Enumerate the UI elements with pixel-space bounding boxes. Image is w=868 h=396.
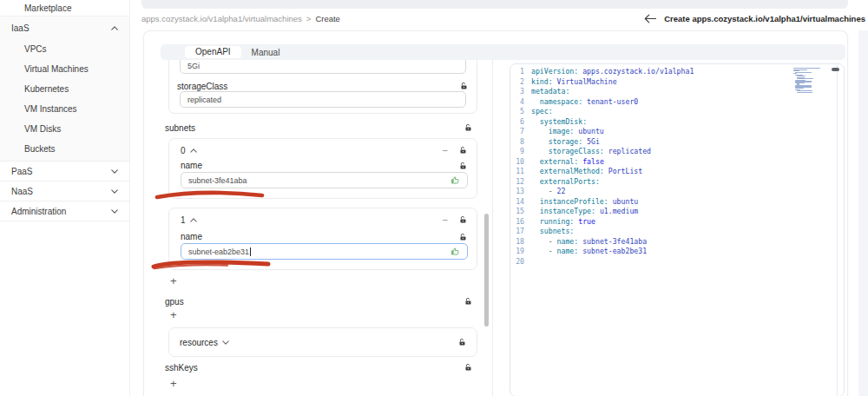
editor-line: 12 externalPorts:: [510, 177, 844, 188]
line-number: 6: [510, 117, 531, 128]
subnet-item-1-name-row: name: [181, 232, 467, 241]
line-number: 20: [510, 257, 531, 267]
add-gpu-button[interactable]: +: [170, 309, 177, 321]
editor-line: 5spec:: [510, 107, 844, 117]
unlock-icon[interactable]: [464, 123, 472, 132]
line-content: systemDisk:: [531, 117, 587, 128]
chevron-down-icon: [222, 340, 229, 345]
editor-line: 7 image: ubuntu: [510, 127, 844, 137]
page-title: Create apps.cozystack.io/v1alpha1/virtua…: [664, 14, 865, 23]
sidebar-item-vm-instances[interactable]: VM Instances: [0, 99, 129, 119]
breadcrumb-resource[interactable]: apps.cozystack.io/v1alpha1/virtualmachin…: [141, 14, 302, 23]
line-number: 18: [510, 237, 531, 248]
sidebar-item-vm-disks[interactable]: VM Disks: [0, 119, 129, 139]
sidebar-item-virtual-machines[interactable]: Virtual Machines: [0, 59, 129, 79]
line-number: 12: [510, 177, 531, 188]
storageclass-input[interactable]: replicated: [180, 91, 466, 108]
chevron-up-icon: [190, 148, 197, 153]
editor-mode-tabs: OpenAPI Manual: [161, 44, 845, 60]
subnet-1-name-input[interactable]: subnet-eab2be31: [181, 243, 468, 260]
sidebar-section-label: PaaS: [11, 167, 32, 176]
unlock-icon[interactable]: [458, 338, 466, 346]
add-sshkey-button[interactable]: +: [170, 378, 177, 390]
subnet-item-0-header[interactable]: 0 −: [181, 144, 467, 156]
sidebar-item-kubernetes[interactable]: Kubernetes: [0, 79, 129, 99]
unlock-icon[interactable]: [464, 297, 472, 306]
subnet-item-1-header[interactable]: 1 −: [181, 214, 467, 226]
line-content: running: true: [531, 217, 595, 228]
sidebar-section-label: NaaS: [11, 187, 33, 196]
unlock-icon[interactable]: [459, 146, 467, 155]
unlock-icon[interactable]: [464, 363, 472, 372]
sidebar-group-iaas-header[interactable]: IaaS: [0, 16, 129, 39]
line-number: 1: [510, 67, 531, 77]
sidebar-item-vpcs[interactable]: VPCs: [0, 39, 129, 59]
subnet-0-name-input[interactable]: subnet-3fe41aba: [181, 172, 468, 188]
line-number: 5: [510, 107, 531, 117]
tab-manual[interactable]: Manual: [241, 48, 291, 57]
editor-minimap[interactable]: [793, 68, 823, 95]
line-content: spec:: [531, 107, 553, 117]
breadcrumb-current: Create: [315, 14, 340, 23]
name-label: name: [181, 232, 202, 241]
sidebar-section-naas[interactable]: NaaS: [0, 182, 129, 201]
gpus-label: gpus: [165, 297, 184, 307]
unlock-icon[interactable]: [459, 162, 467, 170]
line-content: - name: subnet-eab2be31: [531, 247, 647, 257]
form-scrollbar-thumb[interactable]: [484, 214, 489, 327]
editor-line: 4 namespace: tenant-user0: [510, 97, 844, 108]
line-number: 8: [510, 137, 531, 148]
chevron-down-icon: [111, 189, 118, 194]
line-number: 16: [510, 217, 531, 228]
line-number: 3: [510, 87, 531, 97]
line-number: 2: [510, 77, 531, 88]
line-content: external: false: [531, 157, 604, 168]
sshkeys-label-row: sshKeys: [165, 362, 472, 373]
line-content: instanceProfile: ubuntu: [531, 197, 638, 208]
subnet-item-0-name-row: name: [181, 161, 467, 170]
chevron-down-icon: [111, 209, 118, 214]
subnets-label-row: subnets: [165, 122, 472, 133]
tab-openapi[interactable]: OpenAPI: [185, 46, 241, 58]
sidebar-item-marketplace[interactable]: Marketplace: [0, 0, 129, 16]
subnet-item-0-index: 0: [181, 146, 186, 155]
editor-line: 11 externalMethod: PortList: [510, 167, 844, 177]
back-arrow-icon[interactable]: [644, 14, 656, 23]
storageclass-label: storageClass: [177, 82, 227, 91]
editor-scrollbar-marker[interactable]: [832, 68, 839, 71]
create-form-card: OpenAPI Manual 5Gi storageClass replicat…: [143, 30, 848, 396]
remove-item-button[interactable]: −: [443, 215, 448, 224]
subnets-label: subnets: [165, 123, 195, 133]
unlock-icon[interactable]: [460, 82, 468, 90]
editor-lines: 1apiVersion: apps.cozystack.io/v1alpha12…: [510, 67, 844, 267]
form-scroll-area: 5Gi storageClass replicated subnets: [144, 60, 500, 396]
panel-divider: [492, 60, 493, 396]
sidebar-item-buckets[interactable]: Buckets: [0, 139, 129, 159]
thumbs-up-icon[interactable]: [450, 247, 460, 256]
editor-line: 6 systemDisk:: [510, 117, 844, 128]
storage-input[interactable]: 5Gi: [180, 60, 466, 74]
add-subnet-button[interactable]: +: [170, 275, 177, 287]
unlock-icon[interactable]: [459, 233, 467, 241]
sidebar-section-paas[interactable]: PaaS: [0, 162, 129, 182]
systemdisk-group-card: 5Gi storageClass replicated: [168, 60, 477, 114]
thumbs-up-icon[interactable]: [450, 175, 460, 185]
remove-item-button[interactable]: −: [443, 146, 448, 155]
editor-line: 16 running: true: [510, 217, 844, 228]
line-number: 15: [510, 207, 531, 217]
unlock-icon[interactable]: [459, 215, 467, 224]
breadcrumb-separator: >: [306, 14, 312, 23]
resources-toggle[interactable]: resources: [180, 338, 229, 347]
sidebar-section-label: Administration: [11, 207, 66, 216]
line-content: - name: subnet-3fe41aba: [531, 237, 647, 248]
sidebar-section-administration[interactable]: Administration: [0, 201, 129, 221]
line-content: storageClass: replicated: [531, 147, 651, 157]
line-content: - 22: [531, 187, 565, 197]
minimap-line: [797, 92, 813, 93]
subnet-item-1-index: 1: [181, 215, 186, 225]
chevron-up-icon: [111, 26, 118, 30]
line-number: 9: [510, 147, 531, 157]
editor-line: 10 external: false: [510, 157, 844, 168]
line-content: apiVersion: apps.cozystack.io/v1alpha1: [531, 67, 694, 77]
yaml-code-editor[interactable]: 1apiVersion: apps.cozystack.io/v1alpha12…: [510, 63, 845, 396]
